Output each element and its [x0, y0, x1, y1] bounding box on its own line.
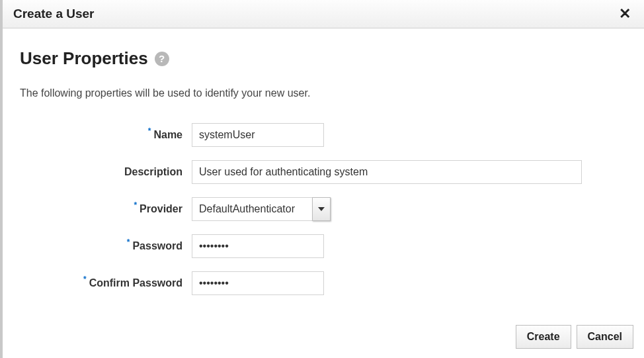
help-symbol: ?	[159, 53, 165, 64]
required-marker: *	[83, 275, 87, 283]
section-description: The following properties will be used to…	[20, 87, 627, 99]
section-title: User Properties	[20, 48, 148, 69]
create-button[interactable]: Create	[516, 325, 571, 349]
user-form: * Name Description * Provider	[20, 123, 627, 295]
description-label: Description	[124, 166, 182, 178]
chevron-down-icon	[318, 207, 325, 211]
provider-dropdown-button[interactable]	[312, 197, 331, 221]
provider-label-cell: * Provider	[20, 203, 192, 215]
provider-select[interactable]: DefaultAuthenticator	[192, 197, 331, 221]
row-provider: * Provider DefaultAuthenticator	[20, 197, 627, 221]
provider-label: Provider	[140, 203, 182, 215]
name-label: Name	[153, 129, 182, 141]
password-input[interactable]	[192, 234, 324, 258]
dialog-header: Create a User ✕	[3, 0, 644, 28]
confirm-password-label: Confirm Password	[89, 277, 182, 289]
dialog-body: User Properties ? The following properti…	[3, 28, 644, 307]
password-label-cell: * Password	[20, 240, 192, 252]
dialog-title: Create a User	[13, 7, 95, 21]
confirm-password-input[interactable]	[192, 271, 324, 295]
password-label: Password	[132, 240, 182, 252]
dialog-footer: Create Cancel	[516, 325, 633, 349]
row-name: * Name	[20, 123, 627, 147]
section-heading: User Properties ?	[20, 48, 627, 69]
required-marker: *	[134, 201, 137, 209]
row-password: * Password	[20, 234, 627, 258]
required-marker: *	[148, 127, 151, 135]
name-input[interactable]	[192, 123, 324, 147]
create-user-dialog: Create a User ✕ User Properties ? The fo…	[0, 0, 644, 358]
provider-value: DefaultAuthenticator	[192, 197, 312, 221]
description-input[interactable]	[192, 160, 582, 184]
close-button[interactable]: ✕	[616, 7, 633, 21]
close-icon: ✕	[619, 5, 631, 22]
name-label-cell: * Name	[20, 129, 192, 141]
description-label-cell: Description	[20, 166, 192, 178]
confirm-password-label-cell: * Confirm Password	[20, 277, 192, 289]
required-marker: *	[127, 238, 130, 246]
row-confirm-password: * Confirm Password	[20, 271, 627, 295]
row-description: Description	[20, 160, 627, 184]
cancel-button[interactable]: Cancel	[577, 325, 633, 349]
help-icon[interactable]: ?	[155, 52, 169, 66]
